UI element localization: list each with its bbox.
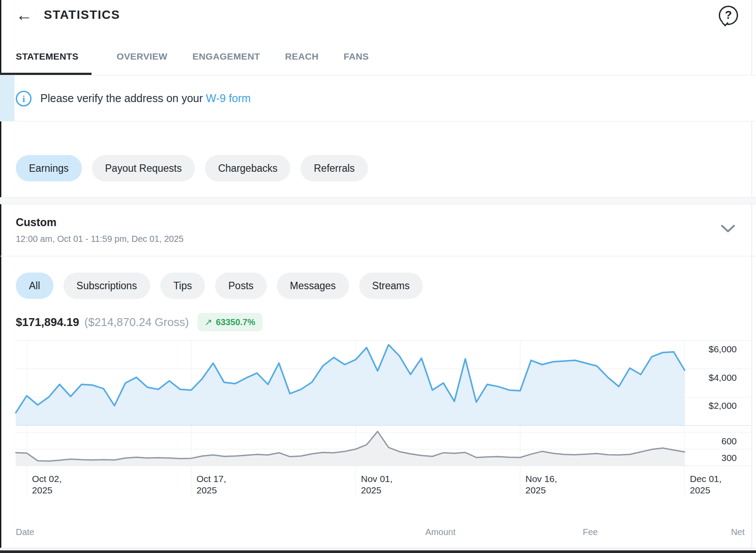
report-type-pills: EarningsPayout RequestsChargebacksReferr… — [16, 155, 368, 181]
column-header-amount: Amount — [368, 527, 456, 537]
page-title: STATISTICS — [44, 8, 120, 22]
statement-table-header: Date Amount Fee Net — [0, 527, 756, 540]
y-axis-label: $4,000 — [709, 372, 737, 383]
x-axis-label: Dec 01, — [690, 474, 721, 484]
statistics-page: ← STATISTICS ? STATEMENTSOVERVIEWENGAGEM… — [0, 0, 756, 553]
section-divider — [0, 197, 756, 204]
secondary-area — [16, 432, 685, 466]
back-arrow-icon[interactable]: ← — [16, 6, 32, 25]
earnings-chart[interactable]: $6,000$4,000$2,000600300Oct 02,2025Oct 1… — [0, 333, 756, 513]
tab-reach[interactable]: REACH — [285, 39, 319, 75]
filter-messages[interactable]: Messages — [277, 273, 349, 299]
pill-chargebacks[interactable]: Chargebacks — [205, 155, 291, 181]
filter-all[interactable]: All — [16, 273, 53, 299]
help-icon[interactable]: ? — [719, 6, 738, 25]
header: ← STATISTICS ? — [0, 0, 756, 39]
question-mark-glyph: ? — [725, 8, 732, 21]
x-axis-label: Oct 02, — [32, 474, 62, 484]
x-axis-label: 2025 — [197, 485, 217, 495]
earnings-area — [16, 345, 685, 425]
pill-referrals[interactable]: Referrals — [300, 155, 367, 181]
info-icon: i — [16, 91, 32, 106]
chevron-down-icon[interactable] — [721, 224, 735, 233]
filter-streams[interactable]: Streams — [359, 273, 423, 299]
tab-statements[interactable]: STATEMENTS — [0, 39, 92, 75]
y-axis-label: 600 — [721, 436, 737, 446]
tab-engagement[interactable]: ENGAGEMENT — [192, 39, 260, 75]
bottom-bar — [0, 550, 756, 553]
tab-overview[interactable]: OVERVIEW — [117, 39, 167, 75]
earnings-summary: $171,894.19 ($214,870.24 Gross) ↗ 63350.… — [16, 311, 262, 333]
y-axis-label: 300 — [721, 453, 737, 463]
w9-form-link[interactable]: W-9 form — [206, 92, 251, 104]
x-axis-label: 2025 — [361, 485, 382, 495]
filter-subscriptions[interactable]: Subscriptions — [64, 273, 150, 299]
x-axis-label: Nov 01, — [361, 474, 392, 484]
pill-earnings[interactable]: Earnings — [16, 155, 82, 181]
period-range: 12:00 am, Oct 01 - 11:59 pm, Dec 01, 202… — [16, 234, 184, 244]
banner-accent-stripe — [0, 75, 14, 121]
x-axis-label: Oct 17, — [197, 474, 226, 484]
filter-posts[interactable]: Posts — [215, 273, 267, 299]
banner-message: Please verify the address on your — [40, 92, 206, 104]
pill-payout-requests[interactable]: Payout Requests — [92, 155, 195, 181]
earning-type-filters: AllSubscriptionsTipsPostsMessagesStreams — [16, 273, 423, 299]
column-header-date: Date — [16, 527, 34, 537]
period-selector[interactable]: Custom 12:00 am, Oct 01 - 11:59 pm, Dec … — [0, 204, 756, 256]
y-axis-label: $2,000 — [709, 401, 737, 411]
banner-text: Please verify the address on your W-9 fo… — [40, 92, 251, 105]
x-axis-label: Nov 16, — [526, 474, 557, 484]
change-percent: 63350.7% — [216, 317, 255, 327]
column-header-net: Net — [657, 527, 745, 537]
w9-info-banner: i Please verify the address on your W-9 … — [0, 75, 756, 121]
gross-total: ($214,870.24 Gross) — [85, 315, 189, 329]
main-tabs: STATEMENTSOVERVIEWENGAGEMENTREACHFANS — [0, 39, 756, 75]
net-total: $171,894.19 — [16, 315, 79, 329]
tab-fans[interactable]: FANS — [343, 39, 369, 75]
column-header-fee: Fee — [510, 527, 598, 537]
period-title: Custom — [16, 216, 57, 229]
trend-up-icon: ↗ — [205, 317, 212, 327]
change-badge: ↗ 63350.7% — [198, 313, 262, 331]
x-axis-label: 2025 — [526, 485, 546, 495]
x-axis-label: 2025 — [690, 485, 710, 495]
x-axis-label: 2025 — [32, 485, 53, 495]
filter-tips[interactable]: Tips — [160, 273, 205, 299]
y-axis-label: $6,000 — [709, 344, 737, 354]
